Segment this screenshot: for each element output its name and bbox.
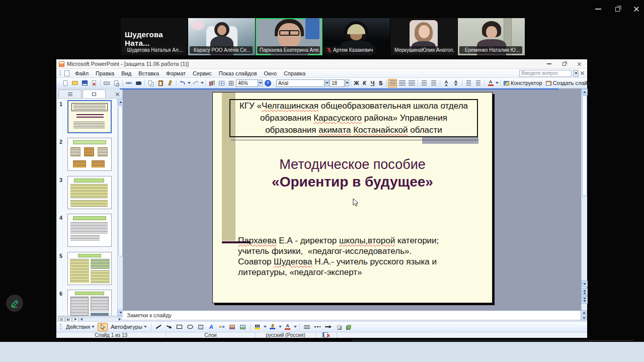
italic-button[interactable]: К	[361, 80, 368, 86]
menu-edit[interactable]: Правка	[92, 69, 118, 77]
open-button[interactable]	[70, 79, 79, 87]
participant-tile-shudegova[interactable]: Шудегова Ната... Шудегова Наталья Ал...	[121, 18, 188, 55]
vertical-scrollbar[interactable]	[581, 88, 587, 310]
status-spellcheck[interactable]	[316, 332, 337, 338]
chevron-down-icon[interactable]	[201, 82, 204, 84]
menubar-close-icon[interactable]	[580, 71, 585, 75]
zoom-dropdown-icon[interactable]	[259, 79, 263, 86]
research-button[interactable]	[134, 79, 143, 87]
chevron-down-icon[interactable]	[188, 82, 191, 84]
redo-button[interactable]	[191, 79, 200, 87]
align-center-button[interactable]	[397, 79, 407, 87]
diagram-button[interactable]	[217, 323, 226, 331]
next-slide-button[interactable]	[582, 296, 588, 304]
new-button[interactable]	[61, 79, 70, 87]
undo-button[interactable]	[178, 79, 187, 87]
decrease-font-button[interactable]: A	[451, 79, 460, 87]
slide-thumbnail-4[interactable]	[67, 214, 112, 247]
font-dropdown-icon[interactable]	[325, 79, 329, 86]
font-size-dropdown-icon[interactable]	[345, 79, 349, 86]
underline-button[interactable]: Ч	[369, 80, 376, 86]
ppt-restore-button[interactable]	[560, 60, 568, 67]
clipart-button[interactable]	[228, 323, 237, 331]
tab-outline[interactable]	[58, 89, 82, 98]
menu-tools[interactable]: Сервис	[189, 69, 215, 77]
menu-insert[interactable]: Вставка	[135, 69, 163, 77]
notes-pane[interactable]: Заметки к слайду	[123, 310, 587, 320]
scroll-down-button[interactable]	[581, 316, 587, 320]
participant-tile-merkushina[interactable]: МеркушинаЮлия Анатол...	[390, 18, 457, 55]
notes-placeholder[interactable]: Заметки к слайду	[127, 312, 172, 318]
scroll-up-button[interactable]	[581, 310, 587, 315]
scroll-up-button[interactable]	[582, 88, 588, 95]
slide-thumbnail-6[interactable]	[67, 290, 112, 316]
meeting-minimize-button[interactable]	[594, 5, 603, 14]
slide-title-line1[interactable]: Методическое пособие	[213, 157, 492, 172]
spelling-button[interactable]: ABC	[124, 79, 133, 87]
draw-actions-button[interactable]: Действия	[64, 323, 96, 331]
draw-font-color-button[interactable]: А	[283, 323, 292, 331]
ppt-minimize-button[interactable]	[545, 60, 552, 67]
shadow-style-button[interactable]	[334, 323, 343, 331]
paste-button[interactable]	[156, 79, 165, 87]
wordart-button[interactable]: А	[207, 323, 216, 331]
arrow-tool-button[interactable]	[165, 323, 174, 331]
status-language[interactable]: русский (Россия)	[256, 332, 316, 338]
menu-window[interactable]: Окно	[261, 69, 281, 77]
increase-indent-button[interactable]	[473, 79, 482, 87]
slide-thumbnail-3[interactable]	[67, 176, 112, 209]
threed-style-button[interactable]	[345, 323, 354, 331]
align-left-button[interactable]	[388, 79, 397, 87]
dash-style-button[interactable]	[313, 323, 322, 331]
fill-color-button[interactable]	[253, 323, 262, 331]
line-style-button[interactable]	[302, 323, 311, 331]
textbox-tool-button[interactable]	[196, 323, 205, 331]
decrease-indent-button[interactable]	[464, 79, 473, 87]
notes-scrollbar[interactable]	[581, 310, 587, 320]
print-preview-button[interactable]	[112, 79, 121, 87]
help-button[interactable]: ?	[263, 79, 272, 87]
design-button[interactable]: Конструктор	[502, 79, 544, 87]
oval-tool-button[interactable]	[186, 323, 195, 331]
chevron-down-icon[interactable]	[294, 326, 297, 328]
scrollbar-thumb[interactable]	[582, 96, 587, 196]
annotate-button[interactable]	[6, 295, 23, 312]
font-color-button[interactable]: A	[486, 79, 495, 87]
numbered-list-button[interactable]	[420, 79, 429, 87]
question-dropdown-icon[interactable]	[573, 70, 579, 77]
save-button[interactable]	[80, 79, 89, 87]
ppt-close-button[interactable]	[576, 60, 583, 67]
menu-format[interactable]: Формат	[163, 69, 189, 77]
participant-tile-karasu[interactable]: Карасу РОО Алёна Се...	[188, 18, 255, 55]
align-right-button[interactable]	[407, 79, 416, 87]
slide-thumbnail-5[interactable]	[67, 252, 112, 285]
insert-picture-button[interactable]	[238, 323, 248, 331]
new-slide-button[interactable]: Создать слайд	[544, 79, 592, 87]
select-objects-button[interactable]	[98, 323, 108, 331]
grid-button[interactable]	[226, 79, 235, 87]
font-name-select[interactable]: Arial	[276, 79, 325, 87]
panel-scrollbar[interactable]	[117, 99, 123, 316]
print-button[interactable]	[102, 79, 111, 87]
bullet-list-button[interactable]	[429, 79, 438, 87]
menu-file[interactable]: Файл	[71, 69, 92, 77]
format-painter-button[interactable]	[166, 79, 175, 87]
panel-close-button[interactable]	[113, 90, 121, 98]
chevron-down-icon[interactable]	[496, 82, 499, 84]
table-button[interactable]	[217, 79, 226, 87]
chart-button[interactable]	[207, 79, 216, 87]
meeting-restore-button[interactable]	[613, 5, 622, 14]
menu-help[interactable]: Справка	[280, 69, 309, 77]
previous-slide-button[interactable]	[582, 288, 588, 296]
meeting-close-button[interactable]	[632, 5, 641, 14]
slide-header-textbox[interactable]: КГУ «Челгашинская общеобразовательная шк…	[229, 99, 478, 137]
tab-slides[interactable]	[83, 89, 106, 98]
line-tool-button[interactable]	[154, 323, 163, 331]
menu-slideshow[interactable]: Показ слайдов	[215, 69, 261, 77]
text-shadow-button[interactable]: S	[377, 80, 384, 86]
bold-button[interactable]: Ж	[353, 80, 360, 86]
copy-button[interactable]	[146, 79, 155, 87]
line-color-button[interactable]	[268, 323, 277, 331]
participant-tile-eremenko[interactable]: Еременко Наталия Ю...	[458, 18, 525, 55]
chevron-down-icon[interactable]	[264, 326, 267, 328]
